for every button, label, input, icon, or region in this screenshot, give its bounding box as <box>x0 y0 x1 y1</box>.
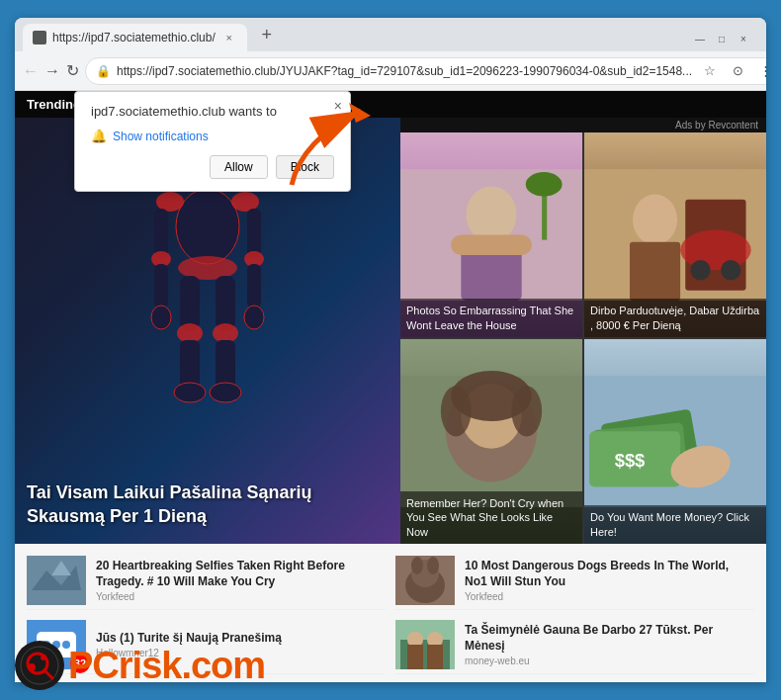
svg-rect-64 <box>407 645 423 669</box>
svg-rect-8 <box>247 209 261 258</box>
svg-point-14 <box>244 306 264 329</box>
ad-item-2[interactable]: Dirbo Parduotuvėje, Dabar Uždirba , 8000… <box>584 132 766 337</box>
bottom-thumb-4 <box>395 620 455 669</box>
trending-label: Trending <box>27 97 81 112</box>
account-button[interactable]: ⊙ <box>726 59 749 83</box>
svg-point-36 <box>721 260 740 280</box>
svg-rect-12 <box>247 264 261 308</box>
ads-grid: Photos So Embarrassing That She Wont Lea… <box>400 132 766 544</box>
watermark-risk: risk.com <box>119 645 265 686</box>
svg-point-22 <box>174 383 206 402</box>
url-text: https://ipd7.sociatemethio.club/JYUJAKF?… <box>117 64 692 78</box>
address-bar: ← → ↻ 🔒 https://ipd7.sociatemethio.club/… <box>15 51 766 91</box>
watermark-icon <box>15 641 64 690</box>
menu-button[interactable]: ⋮ <box>753 59 766 83</box>
svg-point-41 <box>441 386 472 436</box>
bottom-thumb-3 <box>395 556 455 605</box>
bottom-info-1: 20 Heartbreaking Selfies Taken Right Bef… <box>96 559 386 602</box>
bottom-item-3[interactable]: 10 Most Dangerous Dogs Breeds In The Wor… <box>395 552 754 610</box>
hero-title: Tai Visam Laikui Pašalina Sąnarių Skausm… <box>27 481 389 528</box>
svg-point-34 <box>680 229 751 270</box>
watermark-text: PCrisk.com <box>68 645 265 687</box>
ad-item-4[interactable]: $$$ Do You Want More Money? Click Here! <box>584 339 766 544</box>
lock-icon: 🔒 <box>96 64 111 78</box>
svg-point-29 <box>526 172 563 197</box>
popup-notification-row: 🔔 Show notifications <box>91 129 334 143</box>
maximize-button[interactable]: □ <box>715 32 729 45</box>
active-tab[interactable]: https://ipd7.sociatemethio.club/ × <box>23 24 247 51</box>
ad-item-3[interactable]: Remember Her? Don't Cry when You See Wha… <box>400 339 582 544</box>
refresh-button[interactable]: ↻ <box>66 57 79 85</box>
svg-point-25 <box>466 186 516 242</box>
svg-rect-11 <box>154 264 168 308</box>
page-content: × ipd7.sociatemethio.club wants to 🔔 Sho… <box>15 91 766 682</box>
bottom-source-3: Yorkfeed <box>465 591 754 602</box>
star-button[interactable]: ☆ <box>698 59 722 83</box>
bottom-source-4: money-web.eu <box>465 656 754 666</box>
svg-point-54 <box>427 557 439 574</box>
ad-caption-1: Photos So Embarrassing That She Wont Lea… <box>400 299 582 337</box>
minimize-button[interactable]: — <box>693 32 707 45</box>
block-button[interactable]: Block <box>276 155 334 179</box>
right-content: Ads by Revcontent <box>400 118 766 544</box>
svg-point-53 <box>411 557 423 574</box>
forward-button[interactable]: → <box>44 57 60 85</box>
url-bar[interactable]: 🔒 https://ipd7.sociatemethio.club/JYUJAK… <box>85 57 766 85</box>
svg-point-70 <box>41 655 46 660</box>
tab-favicon <box>33 31 46 44</box>
tab-bar: https://ipd7.sociatemethio.club/ × + — □… <box>15 18 766 51</box>
svg-rect-17 <box>216 276 235 330</box>
watermark: PCrisk.com <box>15 641 265 690</box>
new-tab-button[interactable]: + <box>253 21 281 48</box>
svg-rect-27 <box>451 235 532 255</box>
bottom-source-1: Yorkfeed <box>96 591 386 602</box>
svg-text:$$$: $$$ <box>615 450 646 471</box>
watermark-pc: PC <box>68 645 119 686</box>
back-button[interactable]: ← <box>23 57 39 85</box>
svg-rect-7 <box>154 209 168 258</box>
hero-text: Tai Visam Laikui Pašalina Sąnarių Skausm… <box>27 481 389 528</box>
popup-buttons: Allow Block <box>91 155 334 179</box>
popup-title: ipd7.sociatemethio.club wants to <box>91 104 334 119</box>
bottom-thumb-1 <box>27 556 86 605</box>
close-window-button[interactable]: × <box>737 32 750 45</box>
url-actions: ☆ ⊙ ⋮ <box>698 59 766 83</box>
svg-point-35 <box>690 260 710 280</box>
svg-point-4 <box>176 189 239 264</box>
ads-label: Ads by Revcontent <box>400 118 766 132</box>
bottom-title-1: 20 Heartbreaking Selfies Taken Right Bef… <box>96 559 386 589</box>
window-controls: — □ × <box>693 32 750 45</box>
svg-rect-65 <box>427 645 443 669</box>
popup-close-button[interactable]: × <box>334 98 342 114</box>
show-notifications-link[interactable]: Show notifications <box>113 130 209 143</box>
tab-title: https://ipd7.sociatemethio.club/ <box>52 31 216 44</box>
bottom-item-4[interactable]: Ta Šeimynėlė Gauna Be Darbo 27 Tūkst. Pe… <box>395 616 754 674</box>
tab-close-button[interactable]: × <box>221 30 237 45</box>
notification-popup: × ipd7.sociatemethio.club wants to 🔔 Sho… <box>74 91 351 192</box>
ad-caption-2: Dirbo Parduotuvėje, Dabar Uždirba , 8000… <box>584 299 766 337</box>
bottom-item-1[interactable]: 20 Heartbreaking Selfies Taken Right Bef… <box>27 552 386 610</box>
ad-item-1[interactable]: Photos So Embarrassing That She Wont Lea… <box>400 132 582 337</box>
bottom-info-4: Ta Šeimynėlė Gauna Be Darbo 27 Tūkst. Pe… <box>465 623 754 666</box>
bell-icon: 🔔 <box>91 129 107 143</box>
svg-point-31 <box>633 195 677 245</box>
svg-point-69 <box>28 663 36 671</box>
ad-caption-3: Remember Her? Don't Cry when You See Wha… <box>400 491 582 544</box>
bottom-title-4: Ta Šeimynėlė Gauna Be Darbo 27 Tūkst. Pe… <box>465 623 754 654</box>
svg-point-13 <box>151 306 171 329</box>
svg-rect-32 <box>630 242 680 301</box>
bottom-title-3: 10 Most Dangerous Dogs Breeds In The Wor… <box>465 559 754 589</box>
ad-caption-4: Do You Want More Money? Click Here! <box>584 505 766 544</box>
svg-point-42 <box>511 386 542 436</box>
svg-rect-16 <box>180 276 200 330</box>
svg-point-23 <box>210 383 241 402</box>
allow-button[interactable]: Allow <box>210 155 268 179</box>
bottom-info-3: 10 Most Dangerous Dogs Breeds In The Wor… <box>465 559 754 602</box>
